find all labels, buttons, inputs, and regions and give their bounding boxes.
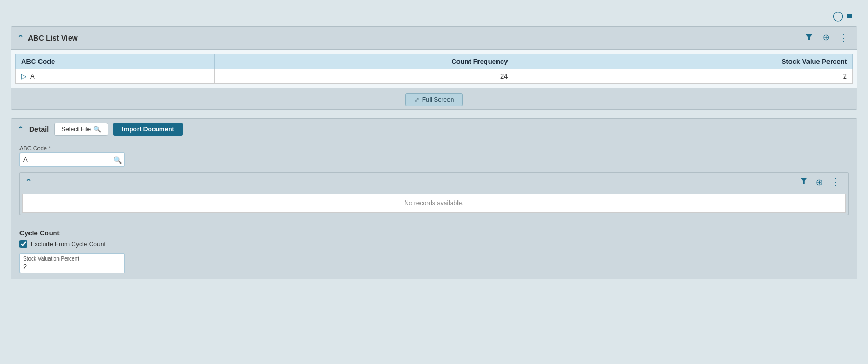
stock-valuation-field: Stock Valuation Percent 2 [19,253,125,273]
abc-code-value: A [30,72,35,80]
no-records-message: No records available. [22,194,846,213]
select-file-button[interactable]: Select File 🔍 [54,123,108,136]
table-row[interactable]: ▷ A 24 2 [16,69,853,84]
col-count-frequency: Count Frequency [214,54,513,69]
top-bar: ◯ ■ [11,5,857,26]
col-stock-value-percent: Stock Value Percent [513,54,853,69]
svg-text:⊕: ⊕ [823,33,830,41]
select-file-icon: 🔍 [93,126,101,133]
stock-valuation-value: 2 [23,263,121,271]
cycle-count-section: Cycle Count Exclude From Cycle Count Sto… [11,224,857,279]
abc-code-input-wrap: 🔍 [19,152,125,167]
abc-list-table: ABC Code Count Frequency Stock Value Per… [15,54,853,84]
inner-more-dots-icon: ⋮ [831,177,841,187]
exclude-cycle-count-checkbox[interactable] [19,240,27,248]
more-dots-icon: ⋮ [838,33,849,43]
abc-list-view-header: ⌃ ABC List View ⊕ ⋮ [11,27,857,49]
filter-icon [805,33,813,41]
col-abc-code: ABC Code [16,54,215,69]
fullscreen-label: Full Screen [422,96,454,103]
inner-add-icon: ⊕ [816,178,823,187]
fullscreen-button[interactable]: ⤢ Full Screen [405,93,463,106]
collapse-chevron-icon[interactable]: ⌃ [17,34,24,42]
fullscreen-btn-container: ⤢ Full Screen [11,88,857,109]
filter-icon-btn[interactable] [803,32,815,44]
no-records-text: No records available. [404,199,464,207]
cycle-count-title: Cycle Count [19,229,849,237]
abc-code-label: ABC Code * [19,145,849,151]
cell-count-frequency: 24 [214,69,513,84]
square-icon[interactable]: ■ [846,11,852,22]
abc-code-input[interactable] [19,152,125,167]
abc-code-field-group: ABC Code * 🔍 [19,145,849,167]
svg-marker-2 [801,178,807,184]
abc-list-view-title: ABC List View [28,34,78,42]
header-left: ⌃ ABC List View [17,34,78,42]
abc-list-view-panel: ⌃ ABC List View ⊕ ⋮ ABC Code [11,26,857,110]
inner-collapse-chevron-icon[interactable]: ⌃ [25,178,32,186]
import-document-label: Import Document [122,126,174,133]
detail-collapse-chevron-icon[interactable]: ⌃ [17,125,24,133]
inner-filter-icon [800,177,807,185]
detail-title: Detail [29,125,49,133]
exclude-cycle-count-label: Exclude From Cycle Count [31,241,106,248]
exclude-from-cycle-count-row: Exclude From Cycle Count [19,240,849,248]
fullscreen-icon: ⤢ [414,96,420,103]
circle-icon[interactable]: ◯ [833,10,843,22]
cell-stock-value-percent: 2 [513,69,853,84]
more-icon-btn[interactable]: ⋮ [836,31,851,45]
add-icon-btn[interactable]: ⊕ [820,32,832,44]
detail-body: ABC Code * 🔍 ⌃ ⊕ [11,140,857,224]
cell-abc-code: ▷ A [16,69,215,84]
import-document-button[interactable]: Import Document [113,123,182,136]
select-file-label: Select File [61,126,91,133]
inner-panel-actions: ⊕ ⋮ [798,175,843,189]
inner-more-icon-btn[interactable]: ⋮ [829,175,843,189]
add-icon: ⊕ [822,33,830,41]
inner-add-icon-btn[interactable]: ⊕ [814,175,825,189]
svg-marker-0 [805,34,813,40]
row-expand-icon[interactable]: ▷ [21,72,26,80]
inner-panel-header: ⌃ ⊕ ⋮ [20,173,848,191]
stock-valuation-label: Stock Valuation Percent [23,256,121,262]
inner-panel: ⌃ ⊕ ⋮ No records available. [19,172,849,215]
detail-panel-header: ⌃ Detail Select File 🔍 Import Document [11,119,857,140]
detail-panel: ⌃ Detail Select File 🔍 Import Document A… [11,118,857,279]
abc-list-table-container: ABC Code Count Frequency Stock Value Per… [11,49,857,88]
inner-filter-icon-btn[interactable] [798,175,810,189]
abc-list-header-actions: ⊕ ⋮ [803,31,851,45]
